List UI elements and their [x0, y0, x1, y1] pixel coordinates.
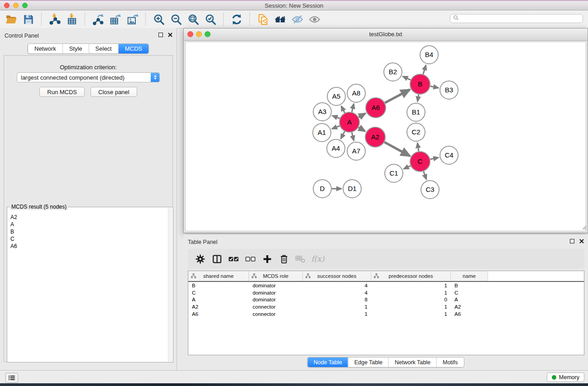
cell-shared-name[interactable]: A2: [188, 304, 249, 310]
graph-node-A6[interactable]: A6: [366, 98, 386, 118]
cell-MCDS-role[interactable]: connector: [249, 311, 303, 317]
graph-node-A7[interactable]: A7: [347, 142, 365, 160]
graph-edge-A-A7[interactable]: [352, 132, 354, 140]
close-table-panel-icon[interactable]: [579, 239, 584, 243]
graph-edge-A6-B[interactable]: [385, 90, 410, 103]
refresh-button[interactable]: [229, 12, 244, 27]
graph-node-A4[interactable]: A4: [327, 139, 345, 157]
cell-name[interactable]: B: [451, 283, 488, 288]
graph-edge-A-A3[interactable]: [332, 116, 339, 119]
graph-node-D1[interactable]: D1: [343, 180, 361, 198]
graph-node-C[interactable]: C: [410, 152, 430, 172]
cell-successor-nodes[interactable]: 4: [303, 290, 371, 295]
graph-edge-C-C3[interactable]: [424, 172, 426, 180]
cell-successor-nodes[interactable]: 8: [303, 297, 371, 302]
memory-button[interactable]: Memory: [547, 372, 584, 382]
tab-network[interactable]: Network: [28, 44, 62, 53]
cell-name[interactable]: A2: [451, 304, 488, 310]
graph-node-D[interactable]: D: [313, 180, 331, 198]
settings-button[interactable]: [193, 252, 207, 266]
graph-node-A3[interactable]: A3: [313, 103, 331, 121]
search-box[interactable]: [450, 14, 583, 23]
graph-edge-A-A2[interactable]: [359, 128, 365, 131]
close-panel-icon[interactable]: [168, 33, 172, 37]
show-details-button[interactable]: [307, 12, 322, 27]
float-table-panel-icon[interactable]: [570, 239, 574, 243]
graph-node-C3[interactable]: C3: [421, 181, 439, 199]
column-header-shared-name[interactable]: shared name: [188, 271, 249, 281]
delete-row-button[interactable]: [277, 252, 291, 266]
open-session-button[interactable]: [4, 12, 19, 27]
export-image-button[interactable]: [125, 12, 140, 27]
columns-button[interactable]: [210, 252, 224, 266]
hide-details-button[interactable]: [290, 12, 305, 27]
cell-MCDS-role[interactable]: dominator: [249, 297, 303, 302]
tab-node-table[interactable]: Node Table: [308, 357, 348, 367]
cell-predecessor-nodes[interactable]: 1: [371, 290, 451, 295]
cell-name[interactable]: C: [451, 290, 488, 295]
graph-edge-B-B2[interactable]: [403, 76, 411, 80]
graph-edge-B-B1[interactable]: [417, 95, 418, 101]
show-panels-button[interactable]: [5, 373, 18, 383]
cell-shared-name[interactable]: A: [188, 297, 249, 302]
column-header-MCDS-role[interactable]: MCDS role: [249, 271, 303, 281]
tab-motifs[interactable]: Motifs: [436, 357, 464, 367]
zoom-out-button[interactable]: [169, 12, 183, 27]
cell-successor-nodes[interactable]: 1: [303, 304, 371, 310]
column-header-successor-nodes[interactable]: successor nodes: [303, 271, 371, 281]
tab-edge-table[interactable]: Edge Table: [348, 357, 388, 367]
graph-node-A[interactable]: A: [339, 112, 359, 132]
graph-node-B[interactable]: B: [410, 74, 430, 94]
graph-node-B1[interactable]: B1: [407, 103, 425, 121]
run-mcds-button[interactable]: Run MCDS: [39, 87, 85, 97]
table-row[interactable]: Cdominator41C: [188, 289, 584, 296]
cell-MCDS-role[interactable]: connector: [249, 304, 303, 310]
mcds-result-item[interactable]: A6: [10, 243, 168, 250]
network-window-titlebar[interactable]: testGlobe.txt: [184, 29, 588, 41]
graph-edge-A-A4[interactable]: [341, 131, 344, 138]
cell-predecessor-nodes[interactable]: 0: [371, 297, 451, 302]
cell-successor-nodes[interactable]: 4: [303, 283, 371, 288]
graph-node-C2[interactable]: C2: [407, 123, 425, 141]
save-session-button[interactable]: [21, 12, 36, 27]
graph-edge-C-C1[interactable]: [404, 166, 411, 169]
cell-MCDS-role[interactable]: dominator: [249, 283, 303, 288]
cell-MCDS-role[interactable]: dominator: [249, 290, 303, 295]
table-row[interactable]: A6connector11A6: [188, 310, 584, 318]
cell-shared-name[interactable]: A6: [188, 311, 249, 317]
clear-selection-button[interactable]: [244, 252, 257, 266]
zoom-in-button[interactable]: [152, 12, 166, 27]
cell-predecessor-nodes[interactable]: 1: [371, 304, 451, 310]
tab-select[interactable]: Select: [89, 44, 118, 53]
zoom-selected-button[interactable]: [203, 12, 218, 27]
table-row[interactable]: Bdominator41B: [188, 282, 584, 289]
result-scrollbar[interactable]: [168, 208, 172, 362]
cell-predecessor-nodes[interactable]: 1: [371, 311, 451, 317]
export-network-button[interactable]: [91, 12, 105, 27]
import-network-button[interactable]: [48, 12, 62, 27]
graph-node-A2[interactable]: A2: [365, 127, 385, 147]
table-row[interactable]: Adominator80A: [188, 296, 584, 304]
cell-shared-name[interactable]: C: [188, 290, 249, 295]
tab-mcds[interactable]: MCDS: [118, 44, 148, 53]
optimization-criterion-select[interactable]: largest connected component (directed): [17, 72, 160, 82]
graph-node-B3[interactable]: B3: [440, 81, 458, 99]
graph-node-B2[interactable]: B2: [384, 63, 402, 81]
graph-node-A1[interactable]: A1: [313, 124, 331, 142]
mcds-result-item[interactable]: B: [10, 228, 168, 235]
mcds-result-item[interactable]: A2: [10, 214, 168, 221]
graph-node-A5[interactable]: A5: [327, 87, 345, 105]
graph-edge-B-B3[interactable]: [430, 86, 439, 88]
graph-node-A8[interactable]: A8: [347, 84, 365, 102]
graph-edge-A2-C[interactable]: [384, 142, 410, 156]
graph-node-B4[interactable]: B4: [420, 46, 438, 64]
cell-successor-nodes[interactable]: 1: [303, 311, 371, 317]
column-header-predecessor-nodes[interactable]: predecessor nodes: [371, 271, 451, 281]
graph-edge-A-A1[interactable]: [332, 126, 339, 129]
graph-edge-C-C4[interactable]: [430, 157, 438, 159]
export-table-button[interactable]: [108, 12, 123, 27]
graph-node-C1[interactable]: C1: [385, 164, 403, 182]
graph-edge-A-A8[interactable]: [352, 104, 354, 112]
mcds-result-item[interactable]: A: [10, 221, 168, 228]
cell-name[interactable]: A6: [451, 311, 488, 317]
